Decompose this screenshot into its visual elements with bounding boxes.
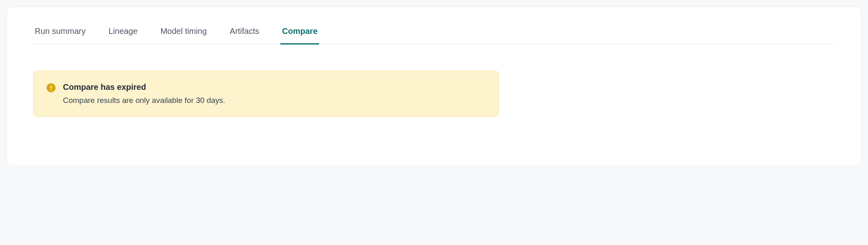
alert-title: Compare has expired bbox=[63, 82, 485, 92]
tab-artifacts[interactable]: Artifacts bbox=[228, 27, 261, 45]
alert-message: Compare results are only available for 3… bbox=[63, 96, 485, 105]
tab-compare[interactable]: Compare bbox=[280, 27, 319, 45]
tab-lineage[interactable]: Lineage bbox=[107, 27, 139, 45]
warning-alert: Compare has expired Compare results are … bbox=[33, 71, 499, 117]
tab-model-timing[interactable]: Model timing bbox=[159, 27, 208, 45]
content-card: Run summary Lineage Model timing Artifac… bbox=[7, 7, 861, 166]
warning-icon bbox=[47, 83, 56, 92]
tab-bar: Run summary Lineage Model timing Artifac… bbox=[33, 27, 835, 45]
alert-content: Compare has expired Compare results are … bbox=[63, 82, 485, 105]
tab-run-summary[interactable]: Run summary bbox=[33, 27, 87, 45]
svg-point-2 bbox=[51, 89, 52, 91]
svg-rect-1 bbox=[51, 85, 51, 89]
